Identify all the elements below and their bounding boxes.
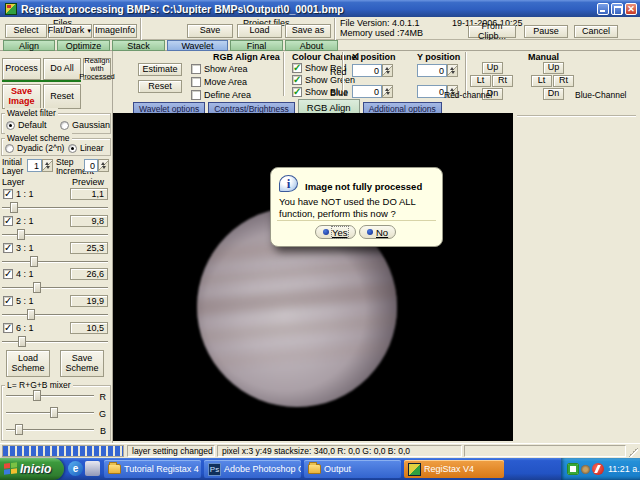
- show-desktop-icon[interactable]: [85, 461, 100, 476]
- slider-thumb[interactable]: [30, 256, 38, 267]
- reset-button[interactable]: Reset: [43, 84, 81, 109]
- flatdark-button[interactable]: Flat/Dark ▼: [48, 24, 92, 38]
- estimate-button[interactable]: Estimate: [138, 63, 182, 76]
- slider-thumb[interactable]: [33, 390, 41, 401]
- layer6-preview-value[interactable]: 10,5: [70, 322, 108, 334]
- slider-thumb[interactable]: [17, 229, 25, 240]
- rgb-reset-button[interactable]: Reset: [138, 80, 182, 93]
- layer5-slider[interactable]: [2, 309, 108, 320]
- blue-x-value: 0: [352, 85, 382, 98]
- tray-antivirus-icon[interactable]: [592, 463, 604, 475]
- spinner-icon[interactable]: [42, 159, 53, 172]
- mixer-b-slider[interactable]: [6, 424, 94, 435]
- red-right-button[interactable]: Rt: [492, 75, 513, 87]
- tab-stack[interactable]: Stack: [112, 40, 165, 51]
- slider-thumb[interactable]: [10, 202, 18, 213]
- tab-wavelet[interactable]: Wavelet: [167, 40, 228, 51]
- no-button[interactable]: No: [359, 225, 396, 239]
- layer3-slider[interactable]: [2, 256, 108, 267]
- layer3-checkbox[interactable]: ✓ 3 : 1: [3, 243, 34, 253]
- blue-right-button[interactable]: Rt: [553, 75, 574, 87]
- tab-about[interactable]: About: [285, 40, 338, 51]
- process-button[interactable]: Process: [2, 58, 41, 80]
- titlebar[interactable]: Registax processing BMPs: C:\Jupiter BMP…: [0, 0, 640, 17]
- initial-layer-spinner[interactable]: 1: [27, 159, 53, 172]
- layer1-checkbox[interactable]: ✓ 1 : 1: [3, 189, 34, 199]
- load-scheme-button[interactable]: Load Scheme: [6, 350, 50, 377]
- slider-thumb[interactable]: [15, 424, 23, 435]
- save-scheme-button[interactable]: Save Scheme: [60, 350, 104, 377]
- select-button[interactable]: Select: [5, 24, 47, 38]
- filter-default-radio[interactable]: Default: [6, 120, 47, 130]
- tab-optimize[interactable]: Optimize: [57, 40, 110, 51]
- scheme-dyadic-radio[interactable]: Dyadic (2^n): [5, 143, 64, 153]
- slider-thumb[interactable]: [18, 336, 26, 347]
- blue-left-button[interactable]: Lt: [531, 75, 552, 87]
- layer4-preview-value[interactable]: 26,6: [70, 268, 108, 280]
- image-canvas[interactable]: [113, 113, 513, 441]
- red-left-button[interactable]: Lt: [470, 75, 491, 87]
- project-load-button[interactable]: Load: [237, 24, 282, 38]
- filter-gaussian-radio[interactable]: Gaussian: [60, 120, 110, 130]
- close-button[interactable]: ✕: [625, 3, 637, 15]
- project-saveas-button[interactable]: Save as: [285, 24, 331, 38]
- realign-button[interactable]: Realign with Processed: [83, 58, 111, 80]
- wavelet-scheme-caption: Wavelet scheme: [5, 133, 72, 143]
- tray-volume-icon[interactable]: [581, 465, 590, 474]
- start-button[interactable]: Inicio: [0, 458, 64, 480]
- dialog-title: Image not fully processed: [305, 181, 422, 192]
- minimize-button[interactable]: [597, 3, 609, 15]
- slider-thumb[interactable]: [50, 407, 58, 418]
- mixer-r-slider[interactable]: [6, 390, 94, 401]
- cancel-button[interactable]: Cancel: [574, 25, 618, 38]
- red-x-spinner[interactable]: 0: [352, 64, 393, 77]
- spinner-icon[interactable]: [382, 64, 393, 77]
- layer2-checkbox[interactable]: ✓ 2 : 1: [3, 216, 34, 226]
- do-all-button[interactable]: Do All: [43, 58, 81, 80]
- resize-grip-icon[interactable]: [628, 447, 638, 457]
- red-up-button[interactable]: Up: [482, 62, 503, 74]
- project-save-button[interactable]: Save: [187, 24, 233, 38]
- layer1-preview-value[interactable]: 1,1: [70, 188, 108, 200]
- imageinfo-button[interactable]: ImageInfo: [93, 24, 137, 38]
- blue-x-spinner[interactable]: 0: [352, 85, 393, 98]
- internet-explorer-icon[interactable]: e: [68, 461, 83, 476]
- from-clipboard-button[interactable]: From Clipb...: [468, 25, 516, 38]
- layer6-checkbox[interactable]: ✓ 6 : 1: [3, 323, 34, 333]
- layer2-slider[interactable]: [2, 229, 108, 240]
- layer6-slider[interactable]: [2, 336, 108, 347]
- yes-button[interactable]: Yes: [315, 225, 356, 239]
- blue-down-button[interactable]: Dn: [543, 88, 564, 100]
- tab-align[interactable]: Align: [3, 40, 55, 51]
- checkbox-checked-icon: ✓: [3, 323, 13, 333]
- taskbar-task-tutorial[interactable]: Tutorial Registax 4: [104, 460, 201, 478]
- taskbar-task-photoshop[interactable]: Ps Adobe Photoshop CS3: [204, 460, 301, 478]
- layer4-slider[interactable]: [2, 282, 108, 293]
- spinner-icon[interactable]: [382, 85, 393, 98]
- checkbox-checked-icon: ✓: [292, 87, 302, 97]
- slider-thumb[interactable]: [33, 282, 41, 293]
- pause-button[interactable]: Pause: [524, 25, 568, 38]
- save-image-button[interactable]: Save Image: [2, 84, 41, 109]
- tray-app-icon[interactable]: [567, 463, 579, 475]
- layer2-preview-value[interactable]: 9,8: [70, 215, 108, 227]
- red-y-spinner[interactable]: 0: [417, 64, 458, 77]
- layer5-checkbox[interactable]: ✓ 5 : 1: [3, 296, 34, 306]
- blue-up-button[interactable]: Up: [543, 62, 564, 74]
- show-area-checkbox[interactable]: Show Area: [191, 64, 248, 74]
- move-area-checkbox[interactable]: Move Area: [191, 77, 247, 87]
- step-increment-spinner[interactable]: 0: [84, 159, 109, 172]
- layer1-slider[interactable]: [2, 202, 108, 213]
- taskbar-task-registax[interactable]: RegiStax V4: [404, 460, 504, 478]
- taskbar-task-output[interactable]: Output: [304, 460, 401, 478]
- layer5-preview-value[interactable]: 19,9: [70, 295, 108, 307]
- layer4-checkbox[interactable]: ✓ 4 : 1: [3, 269, 34, 279]
- slider-thumb[interactable]: [27, 309, 35, 320]
- tab-final[interactable]: Final: [230, 40, 283, 51]
- spinner-icon[interactable]: [98, 159, 109, 172]
- spinner-icon[interactable]: [447, 64, 458, 77]
- scheme-linear-radio[interactable]: Linear: [68, 143, 104, 153]
- layer3-preview-value[interactable]: 25,3: [70, 242, 108, 254]
- restore-button[interactable]: [611, 3, 623, 15]
- mixer-g-slider[interactable]: [6, 407, 94, 418]
